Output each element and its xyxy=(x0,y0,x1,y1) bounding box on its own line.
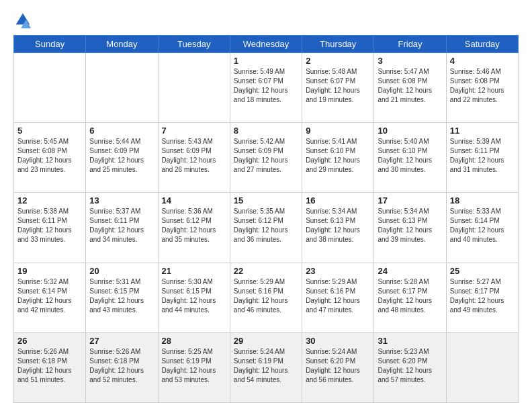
day-info: Sunrise: 5:42 AM Sunset: 6:09 PM Dayligh… xyxy=(234,137,298,175)
calendar-cell: 15Sunrise: 5:35 AM Sunset: 6:12 PM Dayli… xyxy=(230,193,302,263)
day-info: Sunrise: 5:34 AM Sunset: 6:13 PM Dayligh… xyxy=(378,207,442,244)
calendar-cell: 29Sunrise: 5:24 AM Sunset: 6:19 PM Dayli… xyxy=(230,332,302,402)
calendar-header-sunday: Sunday xyxy=(14,36,86,53)
day-number: 30 xyxy=(306,336,370,346)
calendar-cell: 3Sunrise: 5:47 AM Sunset: 6:08 PM Daylig… xyxy=(374,53,446,123)
day-info: Sunrise: 5:35 AM Sunset: 6:12 PM Dayligh… xyxy=(234,207,298,244)
day-number: 21 xyxy=(162,266,226,276)
day-info: Sunrise: 5:40 AM Sunset: 6:10 PM Dayligh… xyxy=(378,137,442,175)
calendar-cell: 18Sunrise: 5:33 AM Sunset: 6:14 PM Dayli… xyxy=(446,193,518,263)
day-info: Sunrise: 5:47 AM Sunset: 6:08 PM Dayligh… xyxy=(378,67,442,105)
day-info: Sunrise: 5:30 AM Sunset: 6:15 PM Dayligh… xyxy=(162,277,226,315)
day-info: Sunrise: 5:24 AM Sunset: 6:20 PM Dayligh… xyxy=(306,347,370,385)
day-number: 1 xyxy=(234,56,298,66)
calendar-cell xyxy=(158,53,230,123)
day-number: 18 xyxy=(450,195,515,205)
day-number: 17 xyxy=(378,195,442,205)
day-info: Sunrise: 5:48 AM Sunset: 6:07 PM Dayligh… xyxy=(306,67,370,105)
calendar-cell xyxy=(14,53,86,123)
day-number: 7 xyxy=(162,126,226,136)
calendar-cell: 4Sunrise: 5:46 AM Sunset: 6:08 PM Daylig… xyxy=(446,53,518,123)
day-info: Sunrise: 5:24 AM Sunset: 6:19 PM Dayligh… xyxy=(234,347,298,385)
calendar-header-friday: Friday xyxy=(374,36,446,53)
calendar-week-4: 19Sunrise: 5:32 AM Sunset: 6:14 PM Dayli… xyxy=(14,263,519,332)
logo xyxy=(13,11,35,30)
day-number: 5 xyxy=(17,126,82,136)
day-number: 24 xyxy=(378,266,442,276)
calendar-cell: 8Sunrise: 5:42 AM Sunset: 6:09 PM Daylig… xyxy=(230,123,302,193)
calendar-cell: 25Sunrise: 5:27 AM Sunset: 6:17 PM Dayli… xyxy=(446,263,518,332)
day-number: 31 xyxy=(378,336,442,346)
day-info: Sunrise: 5:41 AM Sunset: 6:10 PM Dayligh… xyxy=(306,137,370,175)
calendar-header-thursday: Thursday xyxy=(302,36,374,53)
calendar-cell: 24Sunrise: 5:28 AM Sunset: 6:17 PM Dayli… xyxy=(374,263,446,332)
calendar-table: SundayMondayTuesdayWednesdayThursdayFrid… xyxy=(13,35,519,403)
day-info: Sunrise: 5:26 AM Sunset: 6:18 PM Dayligh… xyxy=(17,347,82,385)
calendar-week-1: 1Sunrise: 5:49 AM Sunset: 6:07 PM Daylig… xyxy=(14,53,519,123)
day-number: 6 xyxy=(89,126,154,136)
calendar-cell: 21Sunrise: 5:30 AM Sunset: 6:15 PM Dayli… xyxy=(158,263,230,332)
day-number: 2 xyxy=(306,56,370,66)
day-number: 29 xyxy=(234,336,298,346)
calendar-cell: 1Sunrise: 5:49 AM Sunset: 6:07 PM Daylig… xyxy=(230,53,302,123)
day-info: Sunrise: 5:38 AM Sunset: 6:11 PM Dayligh… xyxy=(17,207,82,244)
calendar-cell: 17Sunrise: 5:34 AM Sunset: 6:13 PM Dayli… xyxy=(374,193,446,263)
day-number: 12 xyxy=(17,195,82,205)
day-info: Sunrise: 5:31 AM Sunset: 6:15 PM Dayligh… xyxy=(89,277,154,315)
day-info: Sunrise: 5:34 AM Sunset: 6:13 PM Dayligh… xyxy=(306,207,370,244)
day-number: 13 xyxy=(89,195,154,205)
calendar-cell: 5Sunrise: 5:45 AM Sunset: 6:08 PM Daylig… xyxy=(14,123,86,193)
day-info: Sunrise: 5:46 AM Sunset: 6:08 PM Dayligh… xyxy=(450,67,515,105)
calendar-cell: 16Sunrise: 5:34 AM Sunset: 6:13 PM Dayli… xyxy=(302,193,374,263)
day-number: 28 xyxy=(162,336,226,346)
day-info: Sunrise: 5:32 AM Sunset: 6:14 PM Dayligh… xyxy=(17,277,82,315)
calendar-cell: 10Sunrise: 5:40 AM Sunset: 6:10 PM Dayli… xyxy=(374,123,446,193)
calendar-cell: 6Sunrise: 5:44 AM Sunset: 6:09 PM Daylig… xyxy=(86,123,158,193)
day-number: 26 xyxy=(17,336,82,346)
calendar-cell: 2Sunrise: 5:48 AM Sunset: 6:07 PM Daylig… xyxy=(302,53,374,123)
header xyxy=(13,11,519,30)
day-info: Sunrise: 5:44 AM Sunset: 6:09 PM Dayligh… xyxy=(89,137,154,175)
page: SundayMondayTuesdayWednesdayThursdayFrid… xyxy=(0,0,532,411)
calendar-cell: 20Sunrise: 5:31 AM Sunset: 6:15 PM Dayli… xyxy=(86,263,158,332)
logo-icon xyxy=(13,11,32,30)
day-number: 23 xyxy=(306,266,370,276)
calendar-cell: 11Sunrise: 5:39 AM Sunset: 6:11 PM Dayli… xyxy=(446,123,518,193)
day-info: Sunrise: 5:49 AM Sunset: 6:07 PM Dayligh… xyxy=(234,67,298,105)
calendar-week-3: 12Sunrise: 5:38 AM Sunset: 6:11 PM Dayli… xyxy=(14,193,519,263)
day-info: Sunrise: 5:29 AM Sunset: 6:16 PM Dayligh… xyxy=(306,277,370,315)
day-info: Sunrise: 5:28 AM Sunset: 6:17 PM Dayligh… xyxy=(378,277,442,315)
day-info: Sunrise: 5:29 AM Sunset: 6:16 PM Dayligh… xyxy=(234,277,298,315)
day-number: 3 xyxy=(378,56,442,66)
calendar-cell xyxy=(86,53,158,123)
calendar-header-wednesday: Wednesday xyxy=(230,36,302,53)
day-info: Sunrise: 5:39 AM Sunset: 6:11 PM Dayligh… xyxy=(450,137,515,175)
day-info: Sunrise: 5:26 AM Sunset: 6:18 PM Dayligh… xyxy=(89,347,154,385)
calendar-cell: 9Sunrise: 5:41 AM Sunset: 6:10 PM Daylig… xyxy=(302,123,374,193)
calendar-header-saturday: Saturday xyxy=(446,36,518,53)
calendar-cell: 26Sunrise: 5:26 AM Sunset: 6:18 PM Dayli… xyxy=(14,332,86,402)
calendar-week-5: 26Sunrise: 5:26 AM Sunset: 6:18 PM Dayli… xyxy=(14,332,519,402)
day-info: Sunrise: 5:43 AM Sunset: 6:09 PM Dayligh… xyxy=(162,137,226,175)
day-number: 16 xyxy=(306,195,370,205)
calendar-cell: 23Sunrise: 5:29 AM Sunset: 6:16 PM Dayli… xyxy=(302,263,374,332)
day-info: Sunrise: 5:27 AM Sunset: 6:17 PM Dayligh… xyxy=(450,277,515,315)
day-number: 27 xyxy=(89,336,154,346)
day-number: 25 xyxy=(450,266,515,276)
day-number: 11 xyxy=(450,126,515,136)
calendar-week-2: 5Sunrise: 5:45 AM Sunset: 6:08 PM Daylig… xyxy=(14,123,519,193)
day-number: 10 xyxy=(378,126,442,136)
calendar-cell xyxy=(446,332,518,402)
day-number: 15 xyxy=(234,195,298,205)
calendar-cell: 13Sunrise: 5:37 AM Sunset: 6:11 PM Dayli… xyxy=(86,193,158,263)
day-number: 14 xyxy=(162,195,226,205)
day-number: 20 xyxy=(89,266,154,276)
calendar-cell: 30Sunrise: 5:24 AM Sunset: 6:20 PM Dayli… xyxy=(302,332,374,402)
calendar-header-tuesday: Tuesday xyxy=(158,36,230,53)
day-number: 19 xyxy=(17,266,82,276)
calendar-cell: 22Sunrise: 5:29 AM Sunset: 6:16 PM Dayli… xyxy=(230,263,302,332)
day-number: 22 xyxy=(234,266,298,276)
calendar-cell: 28Sunrise: 5:25 AM Sunset: 6:19 PM Dayli… xyxy=(158,332,230,402)
day-number: 8 xyxy=(234,126,298,136)
calendar-header-row: SundayMondayTuesdayWednesdayThursdayFrid… xyxy=(14,36,519,53)
